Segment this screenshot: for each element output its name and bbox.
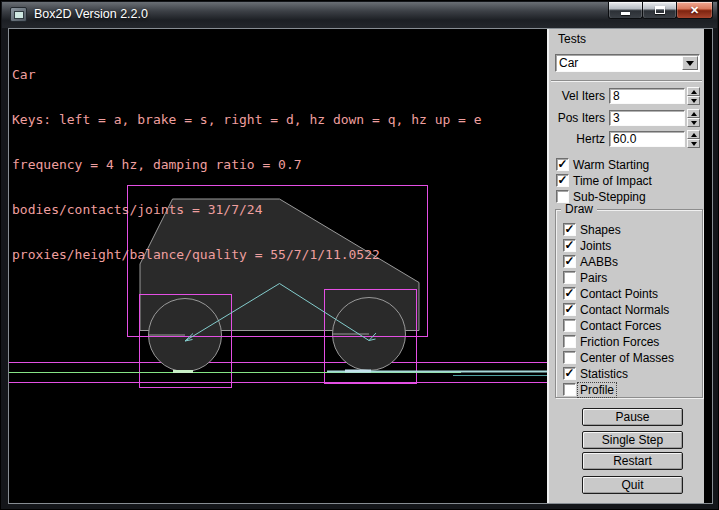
vel-iters-row: Vel Iters [549, 87, 704, 105]
check-icon: ✓ [557, 159, 567, 170]
vel-iters-spinner [687, 87, 700, 105]
check-icon: ✓ [564, 304, 574, 315]
maximize-button[interactable] [642, 2, 677, 19]
app-window: Box2D Version 2.2.0 ✕ [0, 0, 719, 510]
checkbox-box: ✓ [556, 158, 569, 171]
restart-button[interactable]: Restart [582, 452, 683, 470]
titlebar[interactable]: Box2D Version 2.2.0 ✕ [2, 2, 717, 28]
close-icon: ✕ [690, 3, 699, 18]
checkbox-label: Statistics [580, 367, 628, 381]
checkbox-box: ✓ [563, 287, 576, 300]
vel-iters-spinner-up-button[interactable] [687, 87, 700, 96]
simulation-canvas[interactable]: Car Keys: left = a, brake = s, right = d… [9, 29, 547, 503]
checkbox-box: ✓ [563, 255, 576, 268]
minimize-icon [621, 12, 630, 15]
hud-text: Car Keys: left = a, brake = s, right = d… [12, 37, 482, 292]
checkbox-label: Contact Normals [580, 303, 669, 317]
checkbox-label: Contact Points [580, 287, 658, 301]
vel-iters-label: Vel Iters [549, 89, 605, 103]
check-icon: ✓ [564, 368, 574, 379]
quit-button-label: Quit [621, 478, 643, 492]
check-icon: ✓ [564, 256, 574, 267]
hud-frequency-line: frequency = 4 hz, damping ratio = 0.7 [12, 157, 482, 172]
checkbox-label: Pairs [580, 271, 607, 285]
spinner-up-icon [691, 90, 697, 94]
tests-dropdown[interactable]: Car [555, 54, 700, 72]
pause-button-label: Pause [615, 410, 649, 424]
hud-stats-line-2: proxies/height/balance/quality = 55/7/1/… [12, 247, 482, 262]
pos-iters-row: Pos Iters [549, 109, 704, 127]
checkbox-box [563, 383, 576, 396]
spinner-down-icon [691, 142, 697, 146]
tests-label: Tests [558, 32, 586, 46]
restart-button-label: Restart [613, 454, 652, 468]
checkbox-label: Profile [578, 383, 616, 397]
checkbox-box: ✓ [563, 367, 576, 380]
hertz-spinner-up-button[interactable] [687, 130, 700, 139]
check-icon: ✓ [557, 175, 567, 186]
vel-iters-input[interactable] [609, 88, 685, 104]
draw-group-title: Draw [561, 203, 597, 215]
tests-dropdown-value: Car [559, 56, 578, 70]
spinner-up-icon [691, 112, 697, 116]
pause-button[interactable]: Pause [582, 408, 683, 426]
checkbox-label: Contact Forces [580, 319, 661, 333]
rear-contact-point [173, 370, 193, 373]
checkbox-label: Center of Masses [580, 351, 674, 365]
check-icon: ✓ [564, 224, 574, 235]
checkbox-label: Friction Forces [580, 335, 659, 349]
app-icon[interactable] [10, 7, 27, 22]
checkbox-box [563, 319, 576, 332]
front-contact-point [345, 370, 371, 373]
canvas-right-strip [704, 29, 712, 503]
checkbox-label: Joints [580, 239, 611, 253]
vel-iters-spinner-down-button[interactable] [687, 96, 700, 105]
pos-iters-spinner-up-button[interactable] [687, 109, 700, 118]
hertz-spinner [687, 130, 700, 148]
checkbox-label: Shapes [580, 223, 621, 237]
hertz-row: Hertz [549, 130, 704, 148]
checkbox-label: AABBs [580, 255, 618, 269]
checkbox-label: Warm Starting [573, 158, 649, 172]
checkbox-box [563, 335, 576, 348]
check-icon: ✓ [564, 288, 574, 299]
spinner-down-icon [691, 121, 697, 125]
hertz-spinner-down-button[interactable] [687, 139, 700, 148]
checkbox-box: ✓ [556, 174, 569, 187]
hertz-input[interactable] [609, 131, 685, 147]
pos-iters-spinner [687, 109, 700, 127]
checkbox-box: ✓ [563, 223, 576, 236]
hud-stats-line-1: bodies/contacts/joints = 31/7/24 [12, 202, 482, 217]
control-panel: Tests Car Vel Iters Pos Iters [547, 29, 704, 503]
dropdown-arrow-icon [686, 61, 694, 66]
minimize-button[interactable] [608, 2, 643, 19]
pos-iters-spinner-down-button[interactable] [687, 118, 700, 127]
quit-button[interactable]: Quit [582, 476, 683, 494]
checkbox-box [563, 351, 576, 364]
window-controls: ✕ [609, 2, 713, 19]
pos-iters-input[interactable] [609, 110, 685, 126]
hud-test-name: Car [12, 67, 482, 82]
checkbox-box: ✓ [563, 303, 576, 316]
separator [551, 80, 702, 82]
pos-iters-label: Pos Iters [549, 111, 605, 125]
checkbox-box: ✓ [563, 239, 576, 252]
window-title: Box2D Version 2.2.0 [34, 2, 148, 28]
hertz-label: Hertz [549, 132, 605, 146]
close-button[interactable]: ✕ [676, 2, 713, 19]
maximize-icon [655, 6, 665, 14]
tests-dropdown-button[interactable] [682, 56, 698, 70]
checkbox-box [563, 271, 576, 284]
check-icon: ✓ [564, 240, 574, 251]
spinner-down-icon [691, 99, 697, 103]
hud-keys-line: Keys: left = a, brake = s, right = d, hz… [12, 112, 482, 127]
checkbox-label: Time of Impact [573, 174, 652, 188]
single-step-button[interactable]: Single Step [582, 431, 683, 449]
spinner-up-icon [691, 133, 697, 137]
client-area: Car Keys: left = a, brake = s, right = d… [8, 28, 713, 504]
single-step-button-label: Single Step [602, 433, 663, 447]
